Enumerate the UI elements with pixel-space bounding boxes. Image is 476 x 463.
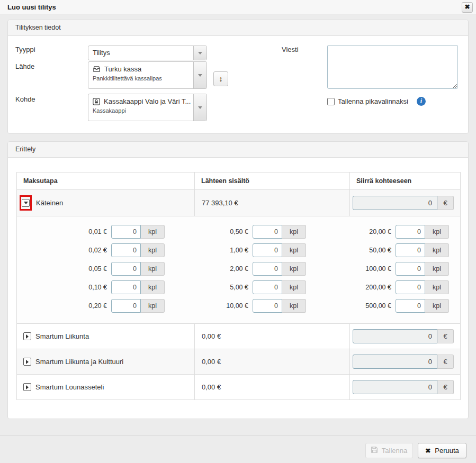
info-icon[interactable]: i	[417, 97, 426, 106]
cancel-button-label: Peruuta	[435, 447, 459, 455]
unit-addon: kpl	[425, 299, 449, 313]
swap-source-target-button[interactable]: ↕	[213, 71, 228, 86]
denomination-count-input[interactable]	[253, 280, 282, 294]
denomination-count-input[interactable]	[396, 225, 425, 239]
expand-caret-square-right-icon[interactable]	[23, 332, 31, 340]
currency-addon: €	[437, 355, 454, 369]
save-shortcut-label: Tallenna pikavalinnaksi	[338, 97, 408, 105]
denomination-row: 2,00 € kpl	[211, 259, 306, 278]
col-header-source-content: Lähteen sisältö	[194, 173, 349, 189]
chevron-down-icon	[193, 94, 206, 121]
transfer-amount-group: €	[353, 380, 454, 394]
annotation-highlight	[20, 195, 32, 211]
transfer-amount-group: €	[353, 196, 454, 210]
transfer-amount-input	[353, 196, 437, 210]
denomination-label: 10,00 €	[211, 302, 248, 310]
dialog-titlebar: Luo uusi tilitys	[0, 0, 476, 14]
expand-caret-square-right-icon[interactable]	[23, 358, 31, 366]
denomination-column-2: 0,50 € kpl 1,00 € kpl 2,00 € kpl	[211, 222, 306, 315]
denomination-label: 0,01 €	[70, 228, 107, 235]
denomination-column-3: 20,00 € kpl 50,00 € kpl 100,00 €	[354, 222, 449, 315]
denomination-label: 0,20 €	[70, 302, 107, 310]
denomination-count-input[interactable]	[253, 299, 282, 313]
source-amount: 0,00 €	[194, 375, 349, 400]
unit-addon: kpl	[282, 225, 306, 239]
unit-addon: kpl	[141, 299, 165, 313]
save-button: Tallenna	[365, 443, 413, 458]
unit-addon: kpl	[141, 280, 165, 294]
denomination-count-input[interactable]	[111, 262, 141, 276]
denomination-label: 0,10 €	[70, 284, 107, 291]
source-select-subtitle: Pankkitilitettävä kassalipas	[88, 74, 206, 85]
denomination-label: 1,00 €	[211, 247, 248, 254]
source-select[interactable]: Turku kassa Pankkitilitettävä kassalipas	[88, 61, 207, 89]
denomination-label: 5,00 €	[211, 284, 248, 291]
denomination-count-input[interactable]	[111, 280, 141, 294]
unit-addon: kpl	[425, 262, 449, 276]
cash-drawer-icon	[93, 66, 101, 72]
source-amount: 77 393,10 €	[194, 190, 349, 216]
payment-method-name: Smartum Lounasseteli	[35, 383, 104, 391]
denomination-row: 0,05 € kpl	[70, 259, 165, 278]
denomination-count-input[interactable]	[396, 243, 425, 257]
cash-denomination-area: 0,01 € kpl 0,02 € kpl 0,05 € kpl	[17, 216, 460, 323]
type-select-value: Tilitys	[88, 46, 206, 59]
save-button-label: Tallenna	[382, 447, 407, 455]
unit-addon: kpl	[282, 280, 306, 294]
transfer-amount-group: €	[353, 355, 454, 369]
denomination-count-input[interactable]	[396, 262, 425, 276]
denomination-count-input[interactable]	[111, 243, 141, 257]
save-shortcut-checkbox[interactable]	[327, 98, 335, 105]
cancel-button[interactable]: ✖ Peruuta	[418, 443, 466, 458]
denomination-count-input[interactable]	[253, 262, 282, 276]
denomination-label: 20,00 €	[354, 228, 391, 235]
message-textarea[interactable]	[327, 45, 458, 89]
unit-addon: kpl	[425, 243, 449, 257]
denomination-count-input[interactable]	[111, 225, 141, 239]
target-select-value: Kassakaappi Valo ja Väri T...	[104, 97, 191, 105]
breakdown-panel: Erittely Maksutapa Lähteen sisältö Siirr…	[7, 141, 469, 419]
chevron-down-icon	[193, 62, 206, 88]
denomination-row: 0,10 € kpl	[70, 278, 165, 296]
target-select-subtitle: Kassakaappi	[88, 106, 206, 117]
denomination-row: 1,00 € kpl	[211, 241, 306, 259]
breakdown-table: Maksutapa Lähteen sisältö Siirrä kohtees…	[16, 172, 461, 400]
denomination-count-input[interactable]	[111, 299, 141, 313]
unit-addon: kpl	[282, 243, 306, 257]
transfer-amount-group: €	[353, 329, 454, 343]
unit-addon: kpl	[425, 225, 449, 239]
type-select[interactable]: Tilitys	[88, 46, 207, 60]
cash-denomination-area-row: 0,01 € kpl 0,02 € kpl 0,05 € kpl	[17, 216, 460, 323]
denomination-row: 10,00 € kpl	[211, 296, 306, 315]
denomination-count-input[interactable]	[253, 225, 282, 239]
denomination-label: 200,00 €	[354, 284, 391, 291]
save-shortcut-row: Tallenna pikavalinnaksi i	[327, 97, 426, 106]
payment-method-name: Smartum Liikunta	[35, 332, 89, 340]
table-row-smartum-lounasseteli: Smartum Lounasseteli 0,00 € €	[17, 374, 460, 400]
denomination-count-input[interactable]	[396, 280, 425, 294]
table-row-smartum-liikunta-ja-kulttuuri: Smartum Liikunta ja Kulttuuri 0,00 € €	[17, 349, 460, 374]
payment-method-name: Smartum Liikunta ja Kulttuuri	[35, 358, 123, 366]
denomination-column-1: 0,01 € kpl 0,02 € kpl 0,05 € kpl	[70, 222, 165, 315]
unit-addon: kpl	[425, 280, 449, 294]
source-amount: 0,00 €	[194, 324, 349, 349]
denomination-count-input[interactable]	[396, 299, 425, 313]
unit-addon: kpl	[141, 262, 165, 276]
col-header-payment-method: Maksutapa	[17, 173, 194, 189]
transfer-amount-input	[353, 355, 437, 369]
breakdown-panel-title: Erittely	[8, 142, 468, 158]
source-label: Lähde	[15, 62, 34, 70]
unit-addon: kpl	[141, 243, 165, 257]
denomination-row: 0,02 € kpl	[70, 241, 165, 259]
denomination-row: 500,00 € kpl	[354, 296, 449, 315]
collapse-caret-square-down-icon[interactable]	[22, 199, 30, 207]
denomination-label: 100,00 €	[354, 265, 391, 273]
denomination-count-input[interactable]	[253, 243, 282, 257]
currency-addon: €	[437, 380, 454, 394]
target-select[interactable]: Kassakaappi Valo ja Väri T... Kassakaapp…	[88, 94, 207, 121]
source-select-value: Turku kassa	[104, 65, 141, 73]
expand-caret-square-right-icon[interactable]	[23, 383, 31, 391]
dialog-title: Luo uusi tilitys	[7, 3, 56, 11]
denomination-row: 0,20 € kpl	[70, 296, 165, 315]
close-icon[interactable]: ✖	[462, 2, 473, 13]
